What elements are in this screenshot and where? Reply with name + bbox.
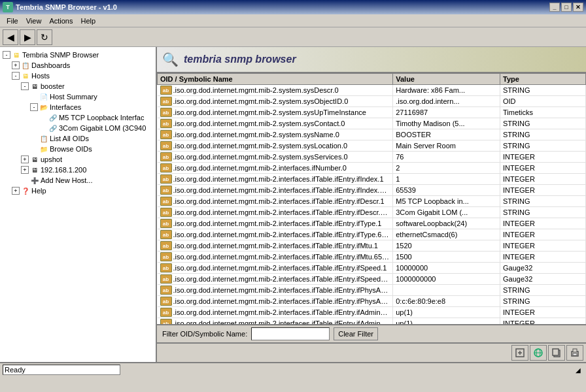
copy-button[interactable] <box>548 345 565 361</box>
oid-table-type: Gauge32 <box>500 274 586 285</box>
table-row[interactable]: ab.iso.org.dod.internet.mgmt.mib-2.inter… <box>158 229 586 240</box>
refresh-button[interactable]: ↻ <box>37 29 52 45</box>
svg-rect-10 <box>573 353 577 355</box>
tree-item-host-summary[interactable]: 📄 Host Summary <box>3 91 153 102</box>
table-row[interactable]: ab.iso.org.dod.internet.mgmt.mib-2.syste… <box>158 85 586 96</box>
export-button[interactable] <box>511 345 528 361</box>
window-controls[interactable]: _ □ ✕ <box>549 3 583 12</box>
resize-handle[interactable]: ◢ <box>573 365 583 375</box>
tree-item-root[interactable]: - 🖥 Tembria SNMP Browser <box>3 50 153 60</box>
table-row[interactable]: ab.iso.org.dod.internet.mgmt.mib-2.syste… <box>158 118 586 129</box>
print-button[interactable] <box>566 345 583 361</box>
table-row[interactable]: ab.iso.org.dod.internet.mgmt.mib-2.inter… <box>158 296 586 307</box>
menu-help[interactable]: Help <box>77 16 99 26</box>
oid-table-type: STRING <box>500 85 586 96</box>
oid-table-type: INTEGER <box>500 174 586 185</box>
table-row[interactable]: ab.iso.org.dod.internet.mgmt.mib-2.syste… <box>158 129 586 140</box>
tree-item-hosts[interactable]: - 🖥 Hosts <box>3 71 153 81</box>
menu-file[interactable]: File <box>3 16 22 26</box>
expander-booster[interactable]: - <box>21 82 29 90</box>
maximize-button[interactable]: □ <box>561 3 572 12</box>
tree-label-upshot: upshot <box>41 155 62 163</box>
tree-item-3com[interactable]: 🔗 3Com Gigabit LOM (3C940 <box>3 123 153 133</box>
oid-value: .iso.org.dod.internet.mgmt.mib-2.system.… <box>173 120 345 127</box>
main-layout: - 🖥 Tembria SNMP Browser + 📋 Dashboards … <box>0 47 586 362</box>
expander-dashboards[interactable]: + <box>12 61 20 69</box>
tree-label-ms-tcp: M5 TCP Loopback Interfac <box>59 114 144 122</box>
expander-interfaces[interactable]: - <box>30 103 38 111</box>
table-row[interactable]: ab.iso.org.dod.internet.mgmt.mib-2.inter… <box>158 274 586 285</box>
minimize-button[interactable]: _ <box>549 3 560 12</box>
table-row[interactable]: ab.iso.org.dod.internet.mgmt.mib-2.inter… <box>158 218 586 229</box>
filter-input[interactable] <box>251 327 330 340</box>
oid-table-type: STRING <box>500 296 586 307</box>
oid-value: .iso.org.dod.internet.mgmt.mib-2.interfa… <box>173 275 390 283</box>
table-row[interactable]: ab.iso.org.dod.internet.mgmt.mib-2.syste… <box>158 152 586 163</box>
hosts-icon: 🖥 <box>21 71 30 80</box>
oid-row-icon: ab <box>160 274 172 284</box>
oid-table-type: STRING <box>500 140 586 152</box>
oid-value: .iso.org.dod.internet.mgmt.mib-2.system.… <box>173 131 339 139</box>
oid-value: .iso.org.dod.internet.mgmt.mib-2.interfa… <box>173 242 378 250</box>
tree-item-dashboards[interactable]: + 📋 Dashboards <box>3 60 153 71</box>
oid-table-type: INTEGER <box>500 252 586 263</box>
menu-view[interactable]: View <box>22 16 46 26</box>
expander-help[interactable]: + <box>12 187 20 195</box>
col-header-type[interactable]: Type <box>500 74 586 85</box>
oid-table-type: STRING <box>500 207 586 218</box>
oid-row-icon: ab <box>160 186 172 195</box>
oid-table-value: Hardware: x86 Fam... <box>393 85 500 96</box>
table-row[interactable]: ab.iso.org.dod.internet.mgmt.mib-2.inter… <box>158 318 586 325</box>
oid-value: .iso.org.dod.internet.mgmt.mib-2.system.… <box>173 153 348 161</box>
table-row[interactable]: ab.iso.org.dod.internet.mgmt.mib-2.syste… <box>158 107 586 118</box>
tree-label-hosts: Hosts <box>31 72 50 80</box>
expander-upshot[interactable]: + <box>21 155 29 163</box>
web-button[interactable] <box>530 345 547 361</box>
table-row[interactable]: ab.iso.org.dod.internet.mgmt.mib-2.inter… <box>158 163 586 174</box>
oid-value: .iso.org.dod.internet.mgmt.mib-2.system.… <box>173 108 366 116</box>
oid-value: .iso.org.dod.internet.mgmt.mib-2.interfa… <box>173 186 390 194</box>
tree-item-add-host[interactable]: ➕ Add New Host... <box>3 175 153 186</box>
clear-filter-button[interactable]: Clear Filter <box>334 327 378 340</box>
tree-item-help[interactable]: + ❓ Help <box>3 186 153 196</box>
col-header-oid[interactable]: OID / Symbolic Name <box>158 74 393 85</box>
tree-item-interfaces[interactable]: - 📂 Interfaces <box>3 102 153 112</box>
forward-button[interactable]: ▶ <box>20 29 35 45</box>
tree-item-ms-tcp[interactable]: 🔗 M5 TCP Loopback Interfac <box>3 112 153 123</box>
expander-root[interactable]: - <box>3 51 10 59</box>
table-row[interactable]: ab.iso.org.dod.internet.mgmt.mib-2.inter… <box>158 207 586 218</box>
oid-value: .iso.org.dod.internet.mgmt.mib-2.interfa… <box>173 164 347 172</box>
close-button[interactable]: ✕ <box>573 3 583 12</box>
menu-actions[interactable]: Actions <box>45 16 77 26</box>
table-row[interactable]: ab.iso.org.dod.internet.mgmt.mib-2.inter… <box>158 252 586 263</box>
oid-table-type: STRING <box>500 285 586 296</box>
back-button[interactable]: ◀ <box>3 29 18 45</box>
tree-item-browse-oids[interactable]: 📁 Browse OIDs <box>3 144 153 154</box>
oid-table-type: STRING <box>500 196 586 207</box>
tree-item-list-all[interactable]: 📋 List All OIDs <box>3 133 153 144</box>
tree-item-192[interactable]: + 🖥 192.168.1.200 <box>3 165 153 175</box>
table-row[interactable]: ab.iso.org.dod.internet.mgmt.mib-2.inter… <box>158 174 586 185</box>
oid-table-value: 0:c:6e:80:9e:e8 <box>393 296 500 307</box>
col-header-value[interactable]: Value <box>393 74 500 85</box>
table-row[interactable]: ab.iso.org.dod.internet.mgmt.mib-2.syste… <box>158 140 586 152</box>
right-panel: 🔍 tembria snmp browser OID / Symbolic Na… <box>157 47 586 362</box>
tree-item-upshot[interactable]: + 🖥 upshot <box>3 154 153 165</box>
table-row[interactable]: ab.iso.org.dod.internet.mgmt.mib-2.inter… <box>158 240 586 252</box>
table-row[interactable]: ab.iso.org.dod.internet.mgmt.mib-2.syste… <box>158 96 586 107</box>
oid-row-icon: ab <box>160 297 172 306</box>
bottom-toolbar <box>157 342 586 362</box>
table-row[interactable]: ab.iso.org.dod.internet.mgmt.mib-2.inter… <box>158 307 586 318</box>
oid-table-container[interactable]: OID / Symbolic Name Value Type ab.iso.or… <box>157 73 586 324</box>
host-summary-icon: 📄 <box>39 92 48 101</box>
tree-item-booster[interactable]: - 🖥 booster <box>3 81 153 91</box>
table-row[interactable]: ab.iso.org.dod.internet.mgmt.mib-2.inter… <box>158 285 586 296</box>
oid-row-icon: ab <box>160 174 172 184</box>
expander-192[interactable]: + <box>21 166 29 174</box>
expander-hosts[interactable]: - <box>12 72 20 80</box>
oid-table-value: .iso.org.dod.intern... <box>393 96 500 107</box>
table-row[interactable]: ab.iso.org.dod.internet.mgmt.mib-2.inter… <box>158 263 586 274</box>
table-row[interactable]: ab.iso.org.dod.internet.mgmt.mib-2.inter… <box>158 185 586 196</box>
menu-bar: File View Actions Help <box>0 14 586 27</box>
table-row[interactable]: ab.iso.org.dod.internet.mgmt.mib-2.inter… <box>158 196 586 207</box>
